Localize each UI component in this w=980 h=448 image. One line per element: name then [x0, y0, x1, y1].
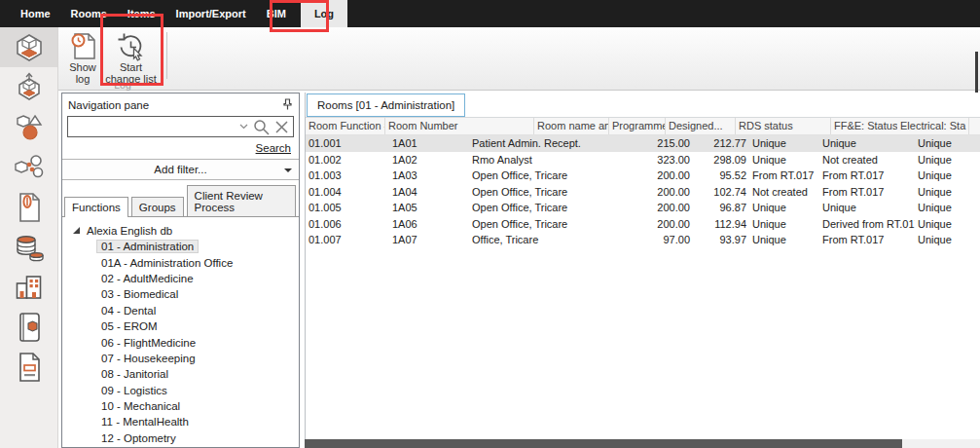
- top-menubar: HomeRoomsItemsImport/ExportBIM Log: [0, 0, 980, 27]
- sidebar-icon-button[interactable]: [0, 67, 57, 107]
- column-header[interactable]: Room Number: [385, 118, 534, 134]
- cell-programmed: 200.00: [618, 200, 693, 216]
- nav-tab[interactable]: Functions: [64, 197, 128, 217]
- nav-tab[interactable]: Groups: [131, 197, 184, 216]
- tree-item[interactable]: 08 - Janitorial: [72, 366, 299, 382]
- pin-icon[interactable]: [282, 98, 293, 111]
- cell-room-number: 1A05: [389, 200, 469, 216]
- tree-item[interactable]: 05 - EROM: [72, 318, 299, 334]
- column-header[interactable]: FF&E: Status: [831, 118, 897, 134]
- cell-room-number: 1A06: [389, 216, 469, 233]
- cell-ffe-status: From RT.017: [819, 184, 915, 201]
- sidebar-icon-button[interactable]: [0, 147, 57, 187]
- column-header[interactable]: Room Function #:: [306, 118, 385, 134]
- cell-ffe-status: From RT.017: [819, 168, 915, 184]
- cell-rds-status: Unique: [749, 232, 819, 248]
- ribbon-separator: [166, 32, 167, 79]
- cell-room-name: Open Office, Tricare: [469, 168, 618, 184]
- menu-item[interactable]: BIM: [267, 0, 286, 27]
- menu-item[interactable]: Items: [127, 0, 156, 27]
- table-row[interactable]: 01.002 1A02 Rmo Analyst 323.00 298.09 Un…: [306, 152, 980, 168]
- tree-item[interactable]: 04 - Dental: [72, 303, 299, 318]
- table-row[interactable]: 01.003 1A03 Open Office, Tricare 200.00 …: [306, 168, 980, 184]
- add-filter-dropdown[interactable]: Add filter...: [62, 159, 299, 180]
- start-change-list-icon: [102, 30, 160, 61]
- navigation-pane: Navigation pane Search Add filter... Fun…: [61, 93, 300, 448]
- cell-ffe-status: From RT.017: [819, 232, 915, 248]
- cell-designed: 93.97: [693, 232, 749, 248]
- nav-tab[interactable]: Client Review Process: [187, 185, 296, 216]
- tree-item[interactable]: 07 - Housekeeping: [72, 351, 299, 366]
- tree-item[interactable]: 09 - Logistics: [72, 383, 299, 398]
- sidebar-icon-button[interactable]: [0, 307, 57, 347]
- cell-electrical-status: Unique: [915, 232, 980, 248]
- column-header[interactable]: Room name and room description: [534, 118, 609, 134]
- cell-room-name: Patient Admin. Recept.: [469, 135, 618, 152]
- search-input[interactable]: [72, 121, 235, 132]
- rooms-model-icon: [14, 32, 45, 63]
- cell-ffe-status: Unique: [819, 135, 915, 152]
- table-row[interactable]: 01.006 1A06 Open Office, Tricare 200.00 …: [306, 216, 980, 233]
- tab-log[interactable]: Log: [301, 0, 347, 27]
- cell-room-number: 1A07: [389, 232, 469, 248]
- menu-item[interactable]: Rooms: [71, 0, 107, 27]
- facility-icon: [15, 273, 44, 302]
- column-header[interactable]: RDS status: [736, 118, 831, 134]
- cell-rds-status: Unique: [749, 200, 819, 216]
- sidebar-icon-button[interactable]: [0, 187, 57, 227]
- cell-ffe-status: Derived from RT.017: [819, 216, 915, 233]
- tree-root-label: Alexia English db: [87, 225, 172, 237]
- tree-item[interactable]: 11 - MentalHealth: [72, 414, 299, 429]
- menu-item[interactable]: Home: [20, 0, 51, 27]
- dropdown-arrow-icon: [284, 168, 292, 172]
- cell-room-name: Open Office, Tricare: [469, 216, 618, 233]
- column-header[interactable]: Designed...: [666, 118, 736, 134]
- cell-programmed: 200.00: [618, 184, 693, 201]
- expanded-arrow-icon[interactable]: [72, 226, 81, 235]
- tree-item[interactable]: 10 - Mechanical: [72, 398, 299, 414]
- start-change-list-button[interactable]: Start change list: [102, 30, 160, 85]
- rooms-panel: Rooms [01 - Administration] Room Functio…: [305, 93, 980, 448]
- tree-item[interactable]: 02 - AdultMedicine: [72, 271, 299, 286]
- cell-room-number: 1A02: [389, 152, 469, 168]
- tree-item[interactable]: 12 - Optometry: [72, 430, 299, 446]
- table-row[interactable]: 01.001 1A01 Patient Admin. Recept. 215.0…: [306, 135, 980, 152]
- horizontal-scrollbar[interactable]: [305, 439, 980, 448]
- cell-room-name: Open Office, Tricare: [469, 184, 618, 201]
- scrollbar-thumb[interactable]: [305, 439, 902, 448]
- document-tabstrip: Rooms [01 - Administration]: [306, 93, 980, 117]
- menu-item[interactable]: Import/Export: [176, 0, 246, 27]
- tree-item[interactable]: 03 - Biomedical: [72, 286, 299, 302]
- table-row[interactable]: 01.007 1A07 Office, Tricare 97.00 93.97 …: [306, 232, 980, 248]
- sidebar-icon-button[interactable]: [0, 107, 57, 147]
- cell-room-name: Open Office, Tricare: [469, 200, 618, 216]
- cell-room-function: 01.002: [306, 152, 389, 168]
- column-header[interactable]: Programmed...: [609, 118, 666, 134]
- cell-room-name: Office, Tricare: [469, 232, 618, 248]
- tree-item[interactable]: 01A - Administration Office: [72, 254, 299, 270]
- table-row[interactable]: 01.005 1A05 Open Office, Tricare 200.00 …: [306, 200, 980, 216]
- clear-icon[interactable]: [274, 120, 289, 134]
- cell-room-number: 1A01: [389, 135, 469, 152]
- tree-root[interactable]: Alexia English db: [72, 222, 299, 239]
- show-log-button[interactable]: Show log: [64, 30, 101, 85]
- tree-item[interactable]: 06 - FlightMedicine: [72, 334, 299, 350]
- catalog-icon: [15, 312, 44, 343]
- cell-rds-status: Not created: [749, 184, 819, 201]
- sidebar-icon-button[interactable]: [0, 267, 57, 307]
- table-row[interactable]: 01.004 1A04 Open Office, Tricare 200.00 …: [306, 184, 980, 201]
- sidebar-icon-button[interactable]: [0, 27, 57, 67]
- column-header[interactable]: Electrical: Sta: [897, 118, 969, 134]
- search-link[interactable]: Search: [256, 142, 291, 154]
- cell-designed: 212.77: [693, 135, 749, 152]
- tree-item[interactable]: 01 - Administration: [72, 239, 299, 254]
- cell-rds-status: Unique: [749, 135, 819, 152]
- rooms-document-tab[interactable]: Rooms [01 - Administration]: [307, 93, 465, 117]
- sidebar-icon-button[interactable]: [0, 347, 57, 387]
- search-icon[interactable]: [253, 119, 270, 135]
- chevron-down-icon[interactable]: [239, 124, 248, 130]
- cell-electrical-status: Unique: [915, 184, 980, 201]
- sidebar-icon-button[interactable]: [0, 227, 57, 267]
- cell-room-function: 01.004: [306, 184, 389, 201]
- cell-room-function: 01.001: [306, 135, 389, 152]
